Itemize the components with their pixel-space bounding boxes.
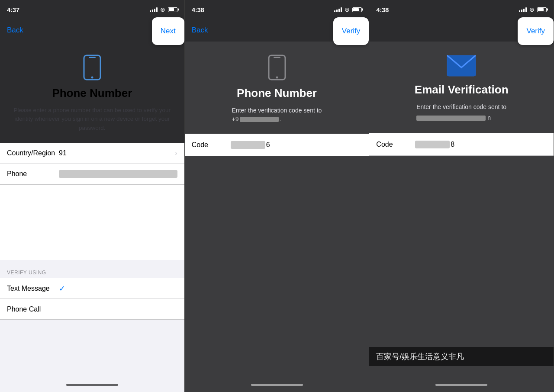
svg-point-5 [276,77,278,79]
phone-call-option[interactable]: Phone Call [0,299,184,320]
home-indicator-1 [0,377,184,392]
status-time-1: 4:37 [7,6,19,13]
verify-section-header: VERIFY USING [0,260,184,278]
country-region-row[interactable]: Country/Region 91 › [0,143,184,164]
svg-point-2 [91,77,93,79]
wifi-icon-3: ⊛ [529,6,535,13]
phone-row[interactable]: Phone [0,164,184,185]
signal-icon-2 [334,7,342,12]
checkmark-icon: ✓ [59,284,65,293]
phone-call-label: Phone Call [7,305,59,313]
phone-icon-2 [268,55,286,80]
hero-section-2: Phone Number Enter the verification code… [185,42,369,134]
battery-icon-1 [168,7,177,12]
back-button-1[interactable]: Back [7,26,23,35]
status-bar-1: 4:37 ⊛ [0,0,184,19]
phone-label: Phone [7,170,59,178]
subtitle-area-2: Enter the verification code sent to +9. [232,106,322,123]
code-value-blurred-3 [415,141,450,148]
form-area-1: Country/Region 91 › Phone [0,143,184,260]
home-bar-3 [435,384,487,386]
phone-number-display: +9. [232,116,281,122]
status-icons-1: ⊛ [150,6,177,13]
watermark-text: 百家号/娱乐生活意义非凡 [376,352,464,361]
code-row-3[interactable]: Code 8 [369,133,554,156]
next-button[interactable]: Next [152,17,184,45]
home-indicator-3 [369,377,554,392]
wifi-icon-1: ⊛ [160,6,165,13]
screen-subtitle-2: Enter the verification code sent to [232,107,322,114]
code-label-3: Code [376,141,411,148]
svg-rect-1 [89,57,96,58]
home-indicator-2 [185,377,369,392]
svg-rect-4 [274,57,280,58]
hero-section-1: Phone Number Please enter a phone number… [0,42,184,143]
text-message-label: Text Message [7,285,59,292]
verify-section: VERIFY USING Text Message ✓ Phone Call [0,260,184,377]
screen-title-3: Email Verification [415,83,509,96]
country-value: 91 [59,149,175,157]
panel-phone-verify: 4:38 ⊛ Back Verify Phone Number Enter [185,0,370,392]
battery-icon-3 [537,7,547,12]
phone-value-blurred [59,170,177,178]
panel-email-verify: 4:38 ⊛ Verify Email Verification Enter [369,0,554,392]
code-suffix-3: 8 [451,141,454,148]
keyboard-area-3 [369,156,554,377]
email-icon [446,55,477,77]
code-value-blurred-2 [231,141,265,149]
status-icons-2: ⊛ [334,6,362,13]
home-bar-1 [66,384,118,386]
status-time-2: 4:38 [192,6,204,13]
nav-bar-3: Verify [369,19,554,42]
battery-icon-2 [352,7,362,12]
verify-button-2[interactable]: Verify [333,17,369,45]
home-bar-2 [251,384,303,386]
country-label: Country/Region [7,149,59,157]
status-icons-3: ⊛ [519,6,547,13]
wifi-icon-2: ⊛ [345,6,350,13]
email-suffix: n [487,113,491,122]
signal-icon-3 [519,7,527,12]
screen-title-1: Phone Number [52,87,132,100]
status-bar-3: 4:38 ⊛ [369,0,554,19]
verify-options-list: Text Message ✓ Phone Call [0,278,184,320]
status-bar-2: 4:38 ⊛ [185,0,369,19]
code-suffix-2: 6 [266,141,270,149]
text-message-option[interactable]: Text Message ✓ [0,278,184,299]
svg-rect-0 [84,55,100,80]
screen-title-2: Phone Number [237,87,317,100]
verify-button-3[interactable]: Verify [518,17,554,45]
nav-bar-1: Back Next [0,19,184,42]
svg-rect-3 [269,55,285,80]
nav-bar-2: Back Verify [185,19,369,42]
signal-icon-1 [150,7,158,12]
panel-phone-number-entry: 4:37 ⊛ Back Next Phone Number Please en [0,0,185,392]
phone-icon-1 [83,55,101,80]
keyboard-area-2 [185,156,369,377]
code-row-2[interactable]: Code 6 [185,134,369,156]
status-time-3: 4:38 [376,6,389,13]
screen-subtitle-3: Enter the verification code sent to [416,103,506,110]
back-button-2[interactable]: Back [192,26,208,35]
subtitle-area-3: Enter the verification code sent to n [416,103,506,122]
hero-section-3: Email Verification Enter the verificatio… [369,42,554,133]
chevron-icon-1: › [175,149,177,157]
screen-subtitle-1: Please enter a phone number that can be … [9,106,176,132]
watermark-bar: 百家号/娱乐生活意义非凡 [369,347,554,366]
code-label-2: Code [192,141,226,149]
